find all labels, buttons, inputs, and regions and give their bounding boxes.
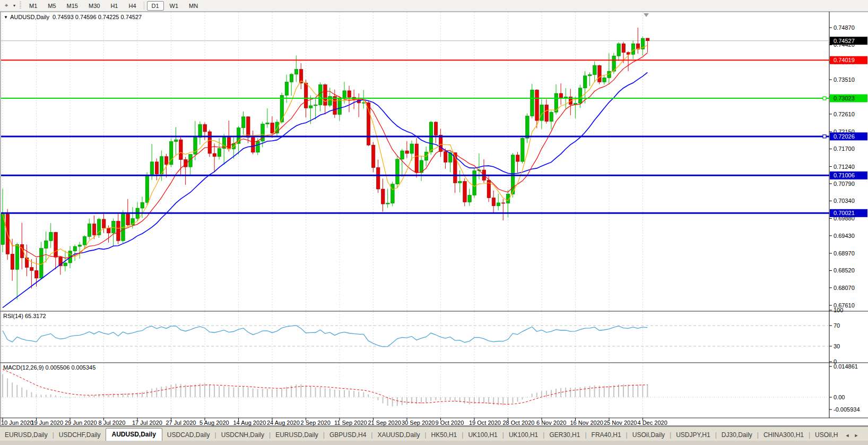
macd-bar	[421, 397, 422, 404]
chart-tab-usdcad-daily[interactable]: USDCAD,Daily	[162, 429, 215, 441]
timeframe-button-w1[interactable]: W1	[165, 1, 184, 11]
chart-tab-usdchf-daily[interactable]: USDCHF,Daily	[54, 429, 106, 441]
macd-bar	[628, 384, 629, 397]
macd-bar	[142, 392, 143, 397]
macd-bar	[320, 387, 321, 397]
timeframe-button-mn[interactable]: MN	[184, 1, 203, 11]
candle-body	[381, 189, 385, 204]
candle-body	[126, 214, 130, 225]
macd-bar	[310, 387, 311, 397]
chart-tab-fra40-h1[interactable]: FRA40,H1	[587, 429, 626, 441]
macd-bar	[12, 382, 13, 397]
macd-bar	[190, 385, 191, 397]
mt4-window: ⌖ ▾ M1M5M15M30H1H4D1W1MN 0.748700.744200…	[0, 0, 868, 445]
timeframe-button-d1[interactable]: D1	[147, 1, 164, 11]
macd-bar	[161, 387, 162, 397]
timeframe-button-h1[interactable]: H1	[106, 1, 123, 11]
chart-title: ▼AUDUSD,Daily 0.74593 0.74596 0.74225 0.…	[4, 14, 142, 20]
macd-bar	[219, 386, 220, 397]
macd-bar	[483, 397, 484, 403]
chart-tab-usoil-daily[interactable]: USOil,Daily	[628, 429, 670, 441]
timeframe-button-m1[interactable]: M1	[24, 1, 42, 11]
macd-bar	[214, 386, 215, 397]
macd-bar	[233, 388, 234, 397]
timeframe-toolbar: ⌖ ▾ M1M5M15M30H1H4D1W1MN	[0, 0, 868, 12]
macd-bar	[50, 395, 51, 397]
date-tick-label: 6 Nov 2020	[536, 420, 566, 426]
macd-bar	[450, 397, 451, 400]
timeframe-button-h4[interactable]: H4	[124, 1, 141, 11]
candle-body	[203, 124, 207, 132]
macd-bar	[228, 387, 229, 397]
timeframe-button-m30[interactable]: M30	[84, 1, 105, 11]
tab-scroll-left-icon[interactable]: ◄	[843, 430, 852, 441]
hline-drag-handle[interactable]	[823, 135, 826, 138]
hline-drag-handle[interactable]	[823, 97, 826, 100]
timeframe-button-m15[interactable]: M15	[62, 1, 83, 11]
candle-body	[242, 117, 246, 128]
candle-body	[11, 254, 14, 269]
date-tick-label: 5 Aug 2020	[199, 420, 229, 426]
macd-bar	[560, 388, 561, 397]
candle-body	[164, 157, 168, 165]
macd-bar	[502, 397, 504, 405]
macd-bar	[512, 397, 513, 403]
chart-tab-usdjpy-h1[interactable]: USDJPY,H1	[671, 429, 715, 441]
toolbar-grip[interactable]	[20, 2, 21, 10]
chart-tab-ger30-h1[interactable]: GER30,H1	[544, 429, 585, 441]
macd-bar	[363, 392, 364, 397]
chart-tab-dj30-daily[interactable]: DJ30,Daily	[717, 429, 757, 441]
candle-body	[227, 138, 231, 149]
chart-tab-uk100-h1[interactable]: UK100,H1	[463, 429, 502, 441]
price-chart[interactable]: 0.748700.744200.739700.735100.730600.726…	[0, 11, 868, 426]
svg-text:0.70790: 0.70790	[834, 181, 855, 187]
macd-bar	[522, 397, 523, 399]
chart-tab-gbpusd-h4[interactable]: GBPUSD,H4	[325, 429, 371, 441]
chart-tab-eurusd-daily[interactable]: EURUSD,Daily	[0, 429, 53, 441]
macd-bar	[536, 392, 537, 397]
candle-body	[526, 116, 530, 138]
macd-bar	[623, 384, 624, 397]
chart-tab-uk100-h1[interactable]: UK100,H1	[504, 429, 543, 441]
chart-tab-eurusd-daily[interactable]: EURUSD,Daily	[271, 429, 323, 441]
chart-tab-usdcnh-daily[interactable]: USDCNH,Daily	[216, 429, 269, 441]
chart-tab-audusd-daily[interactable]: AUDUSD,Daily	[106, 428, 162, 441]
candle-body	[333, 97, 337, 115]
toolbar-separator	[144, 2, 144, 10]
date-tick-label: 2 Sep 2020	[301, 420, 331, 426]
chart-tab-usoil-h[interactable]: USOil,H	[810, 429, 843, 441]
timeframe-button-m5[interactable]: M5	[43, 1, 60, 11]
candle-body	[617, 44, 621, 56]
crosshair-icon[interactable]: ⌖	[2, 1, 11, 10]
candle-body	[338, 98, 342, 115]
collapse-arrow-icon[interactable]: ▼	[4, 15, 8, 20]
macd-bar	[70, 397, 71, 398]
candle-body	[362, 102, 366, 103]
macd-bar	[637, 384, 638, 397]
date-tick-label: 29 Jun 2020	[65, 420, 97, 426]
candle-body	[83, 236, 86, 245]
chart-tab-china300-h1[interactable]: CHINA300,H1	[759, 429, 809, 441]
date-tick-label: 17 Jul 2020	[132, 420, 162, 426]
chart-tab-hk50-h1[interactable]: HK50,H1	[427, 429, 462, 441]
macd-bar	[300, 384, 301, 397]
macd-bar	[551, 390, 552, 397]
candle-body	[34, 270, 38, 278]
date-tick-label: 4 Dec 2020	[638, 420, 667, 426]
tab-scroll-right-icon[interactable]: ►	[852, 430, 861, 441]
candle-body	[492, 198, 496, 206]
date-tick-label: 14 Aug 2020	[233, 420, 266, 426]
svg-text:0.014861: 0.014861	[834, 363, 858, 370]
chevron-down-icon[interactable]: ▾	[11, 1, 18, 10]
candle-body	[198, 124, 202, 137]
date-tick-label: 30 Sep 2020	[402, 420, 435, 426]
macd-bar	[377, 397, 378, 400]
macd-bar	[204, 383, 205, 397]
macd-bar	[31, 392, 32, 397]
macd-bar	[613, 386, 614, 397]
candle-body	[376, 168, 380, 189]
candle-body	[107, 228, 111, 233]
candle-body	[468, 195, 472, 202]
chart-tab-xauusd-daily[interactable]: XAUUSD,Daily	[372, 429, 424, 441]
macd-bar	[156, 388, 157, 397]
